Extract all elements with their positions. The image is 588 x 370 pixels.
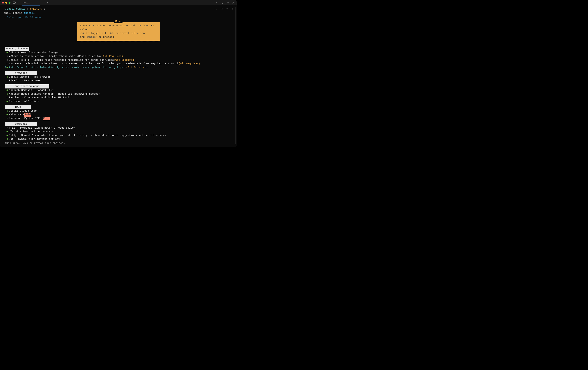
list-item[interactable]: ○ Wrap - Terminal with a power of code e… bbox=[1, 126, 235, 130]
prompt-dollar: $ bbox=[42, 8, 45, 11]
item-suffix: (Git Required) bbox=[101, 54, 123, 58]
bullet-selected-icon: ◉ bbox=[7, 88, 9, 92]
command-exe: shell-config bbox=[4, 12, 22, 15]
bullet-selected-icon: ◉ bbox=[7, 92, 9, 96]
bullet-selected-icon: ◉ bbox=[7, 137, 9, 141]
maximize-window-button[interactable] bbox=[9, 2, 10, 4]
list-item[interactable]: ◉ Mongodb Compass - MongoDB GUI bbox=[1, 88, 235, 92]
bullet-unselected-icon: ○ bbox=[7, 58, 9, 62]
section-header: ----- IDEs ----- bbox=[5, 105, 31, 109]
list-item[interactable]: ○ Firefox - Web browser bbox=[1, 79, 235, 83]
bullet-unselected-icon: ○ bbox=[7, 62, 9, 66]
panel-toggle-icon[interactable] bbox=[13, 1, 16, 4]
terminal-content[interactable]: ~/shell-config : (master) $ shell-config… bbox=[0, 5, 237, 147]
item-text: Bat - Syntax highlighting for cat bbox=[9, 137, 60, 141]
truncated-output: : Select your MacOS setup bbox=[1, 16, 235, 20]
bullet-selected-icon: ◉ bbox=[7, 75, 9, 79]
list-item[interactable]: ◉ Bat - Syntax highlighting for cat bbox=[1, 137, 235, 141]
bullet-selected-icon: ◉ bbox=[7, 130, 9, 134]
section-header: ----- terminal ----- bbox=[5, 122, 37, 126]
section-header: ----- git ----- bbox=[5, 47, 29, 51]
bullet-selected-icon: ◉ bbox=[7, 100, 9, 103]
list-item[interactable]: ◉ Visual Studio Code bbox=[1, 109, 235, 113]
bullet-unselected-icon: ○ bbox=[7, 79, 9, 83]
terminal-window: shell + ~/shell-config : (master) $ shel… bbox=[0, 0, 237, 147]
list-item[interactable]: ○ Rancher - Kubernetes and Docker UI too… bbox=[1, 96, 235, 100]
prompt-branch: (master) bbox=[30, 8, 42, 11]
bulb-icon[interactable] bbox=[227, 1, 229, 4]
close-window-button[interactable] bbox=[2, 2, 4, 4]
item-text: Auto Setup Remote - Automatically setup … bbox=[9, 66, 126, 69]
sections-list: ----- git ----- ◉ Git - Common Code Vers… bbox=[1, 45, 235, 141]
settings-icon[interactable] bbox=[232, 1, 235, 4]
item-text: Webstorm - bbox=[9, 113, 24, 117]
tab-shell[interactable]: shell bbox=[22, 1, 40, 5]
list-item[interactable]: ❯◉ Auto Setup Remote - Automatically set… bbox=[1, 66, 235, 69]
item-suffix: (Git Required) bbox=[126, 66, 148, 69]
prompt-line: ~/shell-config : (master) $ bbox=[1, 6, 235, 11]
paid-tag: Paid bbox=[43, 117, 50, 120]
traffic-lights bbox=[2, 2, 10, 4]
list-item[interactable]: ◉ Git - Common Code Version Manager bbox=[1, 51, 235, 54]
section-header: ----- engineering-apps ----- bbox=[5, 84, 49, 88]
item-text: Google Chrome - Web browser bbox=[9, 75, 51, 79]
footer-hint: (Use arrow keys to reveal more choices) bbox=[1, 141, 235, 146]
command-arg: install bbox=[22, 12, 35, 15]
item-text: Another Redis Desktop Manager - Redis GU… bbox=[9, 92, 100, 96]
item-text: Postman - API client bbox=[9, 100, 40, 103]
item-text: Pycharm - Python IDE - bbox=[9, 117, 43, 120]
bullet-unselected-icon: ○ bbox=[7, 117, 9, 120]
item-text: iTerm2 - Terminal replacement bbox=[9, 130, 54, 134]
titlebar-actions bbox=[216, 1, 235, 4]
item-text: Git - Common Code Version Manager bbox=[9, 51, 60, 54]
item-text: Firefox - Web browser bbox=[9, 79, 41, 83]
list-item[interactable]: ○ VSCode as rebase editor - Apply rebase… bbox=[1, 54, 235, 58]
bullet-selected-icon: ◉ bbox=[7, 51, 9, 54]
new-tab-button[interactable]: + bbox=[47, 1, 48, 4]
item-suffix: (Git Required) bbox=[114, 58, 135, 62]
bullet-unselected-icon: ○ bbox=[7, 54, 9, 58]
search-icon[interactable] bbox=[216, 1, 219, 4]
menu-box: Press <o> to open documentation link, <s… bbox=[76, 21, 161, 42]
bolt-icon[interactable] bbox=[221, 1, 224, 4]
list-item[interactable]: ◉ iTerm2 - Terminal replacement bbox=[1, 130, 235, 134]
list-item[interactable]: ◉ Postman - API client bbox=[1, 100, 235, 103]
item-text: Mongodb Compass - MongoDB GUI bbox=[9, 88, 54, 92]
titlebar: shell + bbox=[0, 0, 237, 5]
item-text: VSCode as rebase editor - Apply rebase w… bbox=[9, 54, 101, 58]
command-line: shell-config install bbox=[1, 11, 235, 16]
scrollbar[interactable] bbox=[235, 7, 236, 144]
bullet-selected-icon: ◉ bbox=[7, 109, 9, 113]
list-item[interactable]: ○ Increase credential cache timeout - In… bbox=[1, 62, 235, 66]
list-item[interactable]: ○ Pycharm - Python IDE - Paid bbox=[1, 117, 235, 120]
item-suffix: (Git Required) bbox=[178, 62, 200, 66]
list-item[interactable]: ◉ Another Redis Desktop Manager - Redis … bbox=[1, 92, 235, 96]
item-text: Enable ReReRe - Enable reuse recorded re… bbox=[9, 58, 114, 62]
item-text: Increase credential cache timeout - Incr… bbox=[9, 62, 178, 66]
item-text: Visual Studio Code bbox=[9, 109, 37, 113]
bullet-unselected-icon: ○ bbox=[7, 96, 9, 100]
svg-point-2 bbox=[233, 2, 234, 3]
menu-instructions: Press <o> to open documentation link, <s… bbox=[77, 22, 160, 41]
bullet-unselected-icon: ○ bbox=[7, 126, 9, 130]
item-text: Mcfly - Search & execute through your sh… bbox=[9, 134, 168, 137]
cursor-indicator: ❯ bbox=[5, 66, 7, 69]
svg-line-1 bbox=[218, 3, 218, 3]
paid-tag: Paid bbox=[24, 113, 31, 117]
prompt-path: ~/shell-config bbox=[4, 8, 25, 11]
list-item[interactable]: ◉ Mcfly - Search & execute through your … bbox=[1, 134, 235, 137]
list-item[interactable]: ○ Enable ReReRe - Enable reuse recorded … bbox=[1, 58, 235, 62]
bullet-selected-icon: ◉ bbox=[7, 113, 9, 117]
bullet-selected-icon: ◉ bbox=[7, 134, 9, 137]
bullet-selected-icon: ◉ bbox=[7, 66, 9, 69]
item-text: Wrap - Terminal with a power of code edi… bbox=[9, 126, 75, 130]
list-item[interactable]: ◉ Webstorm - Paid bbox=[1, 113, 235, 117]
item-text: Rancher - Kubernetes and Docker UI tool bbox=[9, 96, 69, 100]
minimize-window-button[interactable] bbox=[5, 2, 7, 4]
svg-point-0 bbox=[217, 2, 218, 3]
list-item[interactable]: ◉ Google Chrome - Web browser bbox=[1, 75, 235, 79]
section-header: ----- browsers ----- bbox=[5, 71, 37, 75]
